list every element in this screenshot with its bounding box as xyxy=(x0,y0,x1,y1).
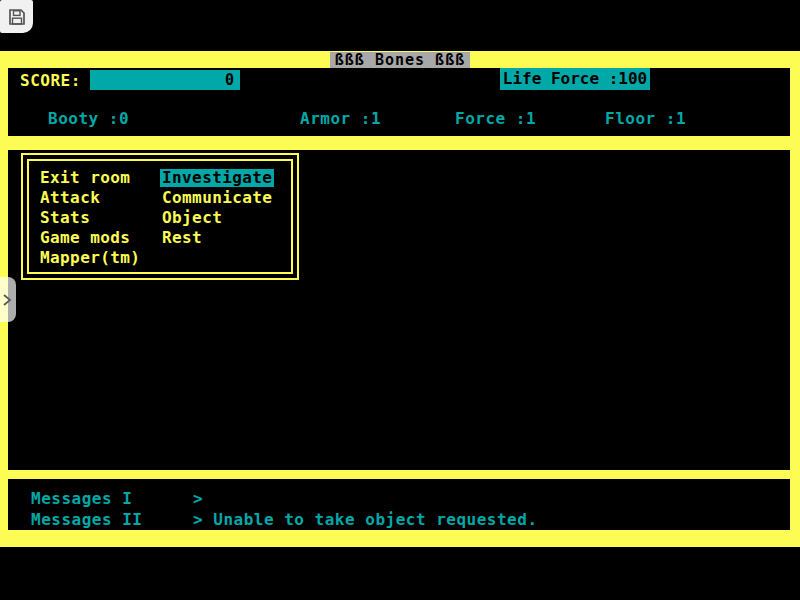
chevron-right-icon xyxy=(2,293,12,307)
frame-separator-lower xyxy=(0,470,800,479)
game-screen: ßßß Bones ßßß SCORE: 0 Life Force :100 B… xyxy=(0,0,800,600)
menu-item-stats[interactable]: Stats xyxy=(40,209,142,229)
frame-top-band: ßßß Bones ßßß xyxy=(0,51,800,68)
menu-item-mapper[interactable]: Mapper(tm) xyxy=(40,249,142,269)
frame-bottom-band xyxy=(0,530,800,547)
stat-armor: Armor :1 xyxy=(300,109,381,128)
messages-1-label: Messages I xyxy=(31,489,132,508)
floppy-disk-icon xyxy=(7,7,27,27)
frame-right-border xyxy=(790,51,800,547)
stat-booty: Booty :0 xyxy=(48,109,129,128)
stat-floor: Floor :1 xyxy=(605,109,686,128)
messages-1-content: > xyxy=(193,489,203,508)
menu-column-1: Exit room Attack Stats Game mods Mapper(… xyxy=(40,169,142,269)
frame-separator-upper xyxy=(0,136,800,150)
menu-item-investigate[interactable]: Investigate xyxy=(162,169,274,189)
stat-force: Force :1 xyxy=(455,109,536,128)
menu-item-attack[interactable]: Attack xyxy=(40,189,142,209)
expand-sidebar-tab[interactable] xyxy=(0,277,16,322)
save-button[interactable] xyxy=(0,0,33,33)
menu-box: Exit room Attack Stats Game mods Mapper(… xyxy=(21,153,299,280)
score-bar: 0 xyxy=(90,70,240,90)
messages-2-label: Messages II xyxy=(31,510,142,529)
life-force-badge: Life Force :100 xyxy=(500,68,650,90)
menu-item-exit-room[interactable]: Exit room xyxy=(40,169,142,189)
menu-item-game-mods[interactable]: Game mods xyxy=(40,229,142,249)
score-label: SCORE: xyxy=(20,71,81,90)
menu-box-inner-border: Exit room Attack Stats Game mods Mapper(… xyxy=(27,159,293,274)
messages-line-1: Messages I > xyxy=(0,489,760,507)
menu-item-communicate[interactable]: Communicate xyxy=(162,189,274,209)
messages-2-content: > Unable to take object requested. xyxy=(193,510,538,529)
score-value: 0 xyxy=(225,71,234,89)
messages-line-2: Messages II > Unable to take object requ… xyxy=(0,510,760,528)
menu-item-rest[interactable]: Rest xyxy=(162,229,274,249)
game-title: ßßß Bones ßßß xyxy=(330,52,470,68)
menu-item-object[interactable]: Object xyxy=(162,209,274,229)
menu-column-2: Investigate Communicate Object Rest xyxy=(162,169,274,249)
